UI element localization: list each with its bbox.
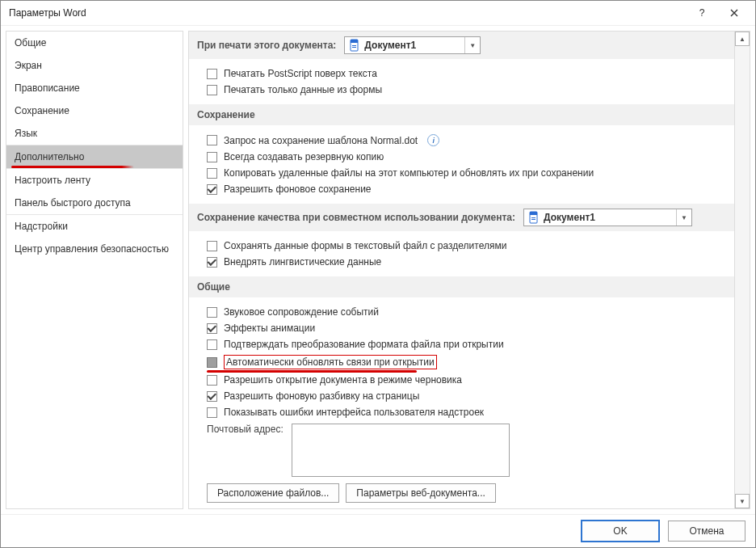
sidebar-item-label: Надстройки — [15, 221, 68, 232]
option-print-formdata[interactable]: Печатать только данные из формы — [207, 82, 726, 98]
option-label: Разрешить открытие документа в режиме че… — [224, 374, 462, 386]
option-label: Звуковое сопровождение событий — [224, 306, 379, 318]
section-header-compat: Сохранение качества при совместном испол… — [189, 204, 734, 231]
checkbox[interactable] — [207, 323, 217, 334]
checkbox[interactable] — [207, 257, 217, 268]
section-body-print: Печатать PostScript поверх текста Печата… — [189, 59, 734, 104]
options-content: При печати этого документа: Документ1 ▼ … — [189, 32, 734, 508]
sidebar-item-label: Центр управления безопасностью — [15, 243, 169, 255]
vertical-scrollbar[interactable]: ▲ ▼ — [734, 32, 750, 508]
sidebar-item-label: Язык — [15, 128, 37, 139]
option-label: Разрешить фоновую разбивку на страницы — [224, 390, 419, 402]
annotation-highlight: Автоматически обновлять связи при открыт… — [224, 355, 437, 369]
svg-rect-2 — [352, 45, 356, 46]
checkbox[interactable] — [207, 391, 217, 402]
section-body-save: Запрос на сохранение шаблона Normal.dot … — [189, 125, 734, 204]
help-button[interactable]: ? — [686, 1, 718, 25]
print-document-combo[interactable]: Документ1 ▼ — [344, 36, 481, 54]
sidebar-item-save[interactable]: Сохранение — [6, 99, 183, 122]
sidebar-item-label: Правописание — [15, 82, 80, 94]
section-header-general: Общие — [189, 276, 734, 297]
mailing-address-row: Почтовый адрес: — [207, 420, 726, 477]
svg-rect-7 — [531, 219, 536, 220]
sidebar-item-addins[interactable]: Надстройки — [6, 214, 183, 238]
checkbox[interactable] — [207, 69, 217, 79]
close-icon — [730, 9, 738, 17]
checkbox[interactable] — [207, 135, 217, 145]
document-icon — [348, 39, 361, 52]
option-label: Подтверждать преобразование формата файл… — [224, 339, 504, 350]
sidebar-item-customize-ribbon[interactable]: Настроить ленту — [6, 168, 183, 192]
general-buttons-row: Расположение файлов... Параметры веб-док… — [207, 477, 726, 506]
option-always-backup[interactable]: Всегда создавать резервную копию — [207, 149, 726, 165]
svg-rect-3 — [352, 47, 356, 48]
option-label: Запрос на сохранение шаблона Normal.dot — [224, 135, 418, 146]
checkbox[interactable] — [207, 184, 217, 195]
option-label: Печатать PostScript поверх текста — [224, 68, 377, 79]
sidebar-item-label: Панель быстрого доступа — [15, 197, 131, 209]
chevron-down-icon: ▼ — [676, 209, 691, 226]
checkbox[interactable] — [207, 357, 217, 368]
section-title: Сохранение качества при совместном испол… — [197, 212, 515, 223]
web-options-button[interactable]: Параметры веб-документа... — [346, 483, 495, 503]
option-show-addin-errors[interactable]: Показывать ошибки интерфейса пользовател… — [207, 404, 726, 420]
option-prompt-normaldot[interactable]: Запрос на сохранение шаблона Normal.dot … — [207, 132, 726, 149]
option-copy-remote[interactable]: Копировать удаленные файлы на этот компь… — [207, 165, 726, 181]
sidebar-item-label: Экран — [15, 60, 42, 71]
checkbox[interactable] — [207, 152, 217, 162]
checkbox[interactable] — [207, 85, 217, 95]
close-button[interactable] — [718, 1, 750, 25]
checkbox[interactable] — [207, 307, 217, 318]
window-title: Параметры Word — [9, 7, 686, 19]
dialog-footer: OK Отмена — [1, 514, 755, 547]
option-save-form-txt[interactable]: Сохранять данные формы в текстовый файл … — [207, 238, 726, 254]
section-header-print: При печати этого документа: Документ1 ▼ — [189, 32, 734, 59]
option-confirm-conversion[interactable]: Подтверждать преобразование формата файл… — [207, 336, 726, 352]
document-icon — [527, 211, 540, 224]
option-label: Разрешить фоновое сохранение — [224, 183, 372, 195]
info-icon[interactable]: i — [427, 134, 439, 146]
titlebar: Параметры Word ? — [1, 1, 755, 26]
sidebar-item-advanced[interactable]: Дополнительно — [6, 145, 183, 168]
chevron-down-icon: ▼ — [464, 37, 480, 53]
sidebar-item-quick-access[interactable]: Панель быстрого доступа — [6, 192, 183, 214]
checkbox[interactable] — [207, 375, 217, 386]
svg-rect-5 — [530, 212, 537, 215]
option-open-draft[interactable]: Разрешить открытие документа в режиме че… — [207, 372, 726, 388]
checkbox[interactable] — [207, 407, 217, 418]
mailing-address-textarea[interactable] — [292, 424, 510, 477]
option-auto-update-links[interactable]: Автоматически обновлять связи при открыт… — [207, 352, 726, 372]
option-print-postscript[interactable]: Печатать PostScript поверх текста — [207, 65, 726, 82]
scroll-down-button[interactable]: ▼ — [735, 494, 750, 508]
checkbox[interactable] — [207, 168, 217, 179]
option-sound-feedback[interactable]: Звуковое сопровождение событий — [207, 304, 726, 320]
svg-rect-6 — [531, 217, 536, 218]
combo-text: Документ1 — [364, 40, 464, 51]
checkbox[interactable] — [207, 339, 217, 350]
section-title: Общие — [197, 281, 230, 293]
option-animation-effects[interactable]: Эффекты анимации — [207, 320, 726, 336]
ok-button[interactable]: OK — [581, 520, 660, 542]
sidebar-item-trust-center[interactable]: Центр управления безопасностью — [6, 238, 183, 260]
sidebar-item-proofing[interactable]: Правописание — [6, 77, 183, 99]
sidebar-item-label: Дополнительно — [15, 151, 84, 162]
word-options-dialog: Параметры Word ? Общие Экран Правописани… — [0, 0, 756, 548]
checkbox[interactable] — [207, 241, 217, 251]
option-label: Сохранять данные формы в текстовый файл … — [224, 240, 506, 251]
option-label: Всегда создавать резервную копию — [224, 151, 384, 162]
file-locations-button[interactable]: Расположение файлов... — [207, 483, 339, 503]
section-body-compat: Сохранять данные формы в текстовый файл … — [189, 231, 734, 276]
option-background-repagination[interactable]: Разрешить фоновую разбивку на страницы — [207, 388, 726, 404]
cancel-button[interactable]: Отмена — [668, 521, 746, 542]
scroll-up-button[interactable]: ▲ — [735, 32, 750, 46]
sidebar-item-general[interactable]: Общие — [6, 32, 183, 54]
compat-document-combo[interactable]: Документ1 ▼ — [523, 209, 692, 226]
dialog-body: Общие Экран Правописание Сохранение Язык… — [1, 26, 755, 514]
sidebar-item-language[interactable]: Язык — [6, 122, 183, 145]
mailing-address-label: Почтовый адрес: — [207, 424, 284, 435]
sidebar-item-display[interactable]: Экран — [6, 54, 183, 77]
option-label: Копировать удаленные файлы на этот компь… — [224, 167, 594, 179]
annotation-underline — [11, 166, 134, 168]
option-embed-linguistic[interactable]: Внедрять лингвистические данные — [207, 254, 726, 270]
option-background-save[interactable]: Разрешить фоновое сохранение — [207, 181, 726, 197]
